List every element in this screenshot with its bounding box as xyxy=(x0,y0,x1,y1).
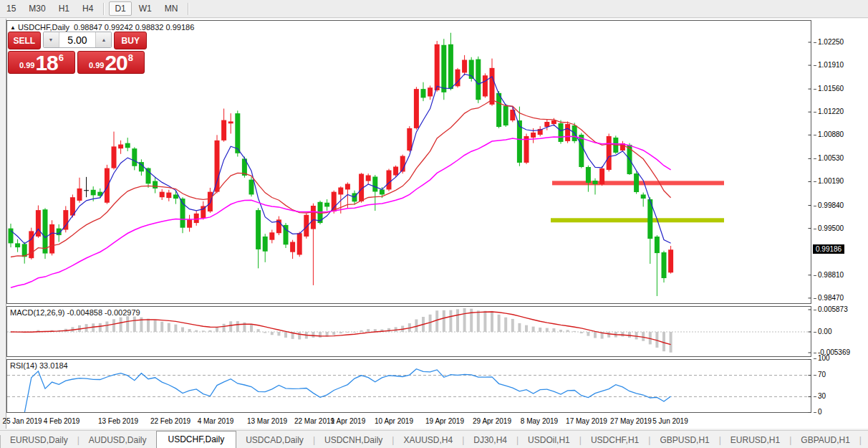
price-axis-label: 1.01220 xyxy=(818,108,844,115)
volume-input[interactable]: 5.00 xyxy=(59,32,96,47)
volume-stepper: ▼ 5.00 ▲ xyxy=(43,32,112,48)
price-axis-label: 1.01910 xyxy=(818,61,844,69)
price-axis-label: 1.00190 xyxy=(818,177,844,185)
price-axis[interactable]: 1.022501.019101.015601.012201.008801.005… xyxy=(811,19,868,429)
timeframe-button-h1[interactable]: H1 xyxy=(53,1,75,16)
tab-audusd-daily[interactable]: AUDUSD,Daily xyxy=(79,432,156,448)
rsi-value: 33.0184 xyxy=(39,361,68,370)
tab-eurusd-daily[interactable]: EURUSD,Daily xyxy=(1,432,77,448)
rsi-indicator-pane[interactable] xyxy=(6,359,811,413)
price-axis-label: 1.00880 xyxy=(818,130,844,138)
date-label: 22 Mar 2019 xyxy=(294,417,334,425)
price-axis-label: 0.99500 xyxy=(818,224,844,232)
sell-price-big: 18 xyxy=(35,54,57,72)
tab-usdcad-daily[interactable]: USDCAD,Daily xyxy=(236,432,313,448)
rsi-label: RSI(14) 33.0184 xyxy=(10,361,68,370)
macd-values: -0.004858 -0.002979 xyxy=(67,308,140,317)
price-axis-label: 0.99840 xyxy=(818,201,844,209)
buy-price-big: 20 xyxy=(105,54,127,72)
buy-price-pipette: 8 xyxy=(128,52,133,63)
date-label: 19 Apr 2019 xyxy=(425,417,464,425)
date-label: 1 Apr 2019 xyxy=(331,417,365,425)
date-label: 8 May 2019 xyxy=(521,417,558,425)
one-click-trade-panel: SELL ▼ 5.00 ▲ BUY 0.99 18 6 0.99 20 8 xyxy=(8,32,147,74)
timeframe-button-d1[interactable]: D1 xyxy=(109,1,131,16)
chart-window[interactable]: ▲USDCHF,Daily0.98847 0.99242 0.98832 0.9… xyxy=(6,19,868,429)
date-label: 13 Mar 2019 xyxy=(247,417,287,425)
date-label: 29 Apr 2019 xyxy=(473,417,511,425)
volume-decrease-button[interactable]: ▼ xyxy=(44,32,59,47)
collapse-icon[interactable]: ▲ xyxy=(10,24,16,31)
buy-price-button[interactable]: 0.99 20 8 xyxy=(77,51,145,74)
volume-increase-button[interactable]: ▲ xyxy=(95,32,111,47)
sell-price-button[interactable]: 0.99 18 6 xyxy=(8,51,75,74)
rsi-axis-label: 70 xyxy=(818,371,826,378)
timeframe-button-m30[interactable]: M30 xyxy=(23,1,51,16)
date-label: 17 May 2019 xyxy=(566,417,607,425)
tab-usdoil-h1[interactable]: USDOil,H1 xyxy=(519,432,579,448)
price-axis-label: 1.02250 xyxy=(818,38,844,46)
tab-gbpaud-h1[interactable]: GBPAUD,H1 xyxy=(791,432,859,448)
moving-average-medium xyxy=(11,100,671,257)
toolbar-separator xyxy=(103,3,105,15)
tab-usdjp[interactable]: USDJP xyxy=(862,432,868,448)
price-axis-label: 1.00530 xyxy=(818,154,844,162)
date-label: 25 Jan 2019 xyxy=(2,417,42,425)
horizontal-ray[interactable] xyxy=(551,218,724,222)
price-axis-label: 0.98470 xyxy=(818,294,844,302)
sell-price-pipette: 6 xyxy=(59,52,64,63)
date-label: 5 Jun 2019 xyxy=(652,417,688,425)
price-axis-label: 0.98810 xyxy=(818,271,844,279)
date-label: 4 Feb 2019 xyxy=(44,417,80,425)
tab-dj30-h4[interactable]: DJ30,H4 xyxy=(464,432,516,448)
price-axis-label: 1.01560 xyxy=(818,85,844,92)
chart-tab-bar: EURUSD,Daily|AUDUSD,DailyUSDCHF,DailyUSD… xyxy=(0,430,868,448)
date-label: 13 Feb 2019 xyxy=(98,417,138,425)
sell-button[interactable]: SELL xyxy=(8,32,41,49)
tab-eurusd-h1[interactable]: EURUSD,H1 xyxy=(721,432,789,448)
symbol-name: USDCHF,Daily xyxy=(18,23,69,32)
macd-label: MACD(12,26,9) -0.004858 -0.002979 xyxy=(10,308,140,317)
macd-axis-label: 0.00 xyxy=(818,328,831,335)
sell-price-prefix: 0.99 xyxy=(19,61,34,70)
rsi-axis-label: 0 xyxy=(818,408,822,416)
rsi-axis-label: 100 xyxy=(818,354,830,362)
tab-usdchf-h1[interactable]: USDCHF,H1 xyxy=(582,432,648,448)
macd-axis-label: 0.005873 xyxy=(818,305,848,313)
buy-button[interactable]: BUY xyxy=(114,32,147,49)
timeframe-button-h4[interactable]: H4 xyxy=(77,1,99,16)
timeframe-button-15[interactable]: 15 xyxy=(1,1,21,16)
timeframe-toolbar: 15M30H1H4D1W1MN xyxy=(0,0,868,18)
date-label: 4 Mar 2019 xyxy=(198,417,234,425)
date-label: 27 May 2019 xyxy=(610,417,652,425)
current-price-tag: 0.99186 xyxy=(813,244,844,254)
tab-xauusd-h4[interactable]: XAUUSD,H4 xyxy=(394,432,462,448)
timeframe-button-w1[interactable]: W1 xyxy=(133,1,158,16)
date-label: 10 Apr 2019 xyxy=(375,417,413,425)
timeframe-button-mn[interactable]: MN xyxy=(159,1,184,16)
tab-gbpusd-h1[interactable]: GBPUSD,H1 xyxy=(650,432,718,448)
buy-price-prefix: 0.99 xyxy=(89,61,104,70)
symbol-ohlc-line: ▲USDCHF,Daily0.98847 0.99242 0.98832 0.9… xyxy=(10,23,194,32)
trading-terminal: 15M30H1H4D1W1MN ▲USDCHF,Daily0.98847 0.9… xyxy=(0,0,868,448)
tab-usdchf-daily[interactable]: USDCHF,Daily xyxy=(156,431,237,448)
rsi-axis-label: 30 xyxy=(818,392,826,400)
date-label: 22 Feb 2019 xyxy=(150,417,191,425)
ohlc-values: 0.98847 0.99242 0.98832 0.99186 xyxy=(74,23,194,32)
time-axis[interactable]: 25 Jan 20194 Feb 201913 Feb 201922 Feb 2… xyxy=(6,414,811,428)
tab-usdcnh-daily[interactable]: USDCNH,Daily xyxy=(315,432,392,448)
toolbar-separator xyxy=(188,3,189,15)
